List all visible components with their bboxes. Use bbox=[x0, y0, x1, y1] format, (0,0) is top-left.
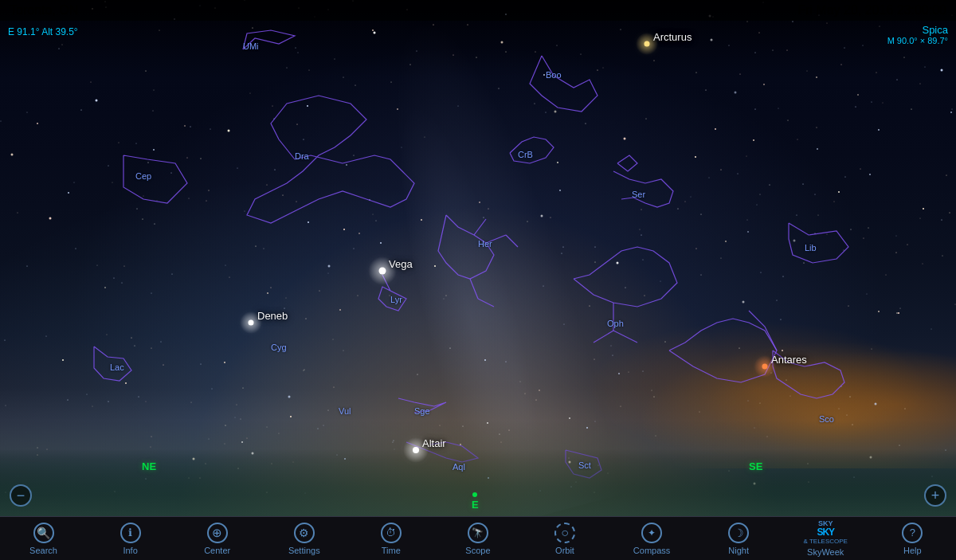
toolbar-label-scope: Scope bbox=[465, 546, 490, 555]
zoom-in-button[interactable]: + bbox=[924, 484, 946, 507]
toolbar-label-info: Info bbox=[123, 546, 137, 555]
toolbar-label-skyweek: SkyWeek bbox=[807, 547, 844, 557]
toolbar-label-help: Help bbox=[903, 546, 922, 555]
toolbar-item-settings[interactable]: ⚙ Settings bbox=[272, 523, 336, 555]
toolbar-item-skyweek[interactable]: SKY SKY & TELESCOPE SkyWeek bbox=[793, 520, 857, 558]
toolbar-item-orbit[interactable]: ○ Orbit bbox=[533, 523, 597, 555]
toolbar-item-search[interactable]: 🔍 Search bbox=[12, 523, 76, 555]
azimuth-text: E 91.1° Alt 39.5° bbox=[8, 26, 78, 37]
svg-line-1 bbox=[486, 235, 506, 243]
object-name: Spica bbox=[887, 24, 948, 36]
toolbar-item-compass[interactable]: ✦ Compass bbox=[620, 523, 684, 555]
location-label: Toronto, ON bbox=[10, 3, 78, 18]
toolbar-label-time: Time bbox=[382, 546, 401, 555]
horizon bbox=[0, 421, 956, 516]
azimuth-info: E 91.1° Alt 39.5° bbox=[8, 24, 78, 38]
toolbar: 🔍 Search ℹ Info ⊕ Center ⚙ Settings ⏱ Ti… bbox=[0, 516, 956, 560]
toolbar-label-orbit: Orbit bbox=[555, 546, 574, 555]
object-coords: M 90.0° × 89.7° bbox=[887, 36, 948, 45]
toolbar-item-time[interactable]: ⏱ Time bbox=[359, 523, 423, 555]
sky-view[interactable]: Toronto, ON Fri May 20, 2016 23:00:00 E … bbox=[0, 0, 956, 516]
toolbar-item-help[interactable]: ? Help bbox=[880, 523, 944, 555]
toolbar-label-search: Search bbox=[29, 546, 57, 555]
toolbar-item-scope[interactable]: 🔭 Scope bbox=[446, 523, 510, 555]
svg-line-6 bbox=[594, 331, 613, 343]
svg-line-3 bbox=[470, 279, 478, 299]
toolbar-item-night[interactable]: ☽ Night bbox=[707, 523, 770, 555]
svg-line-0 bbox=[474, 219, 486, 235]
object-info: Spica M 90.0° × 89.7° bbox=[887, 24, 948, 45]
svg-line-2 bbox=[506, 235, 518, 247]
toolbar-label-center: Center bbox=[204, 546, 230, 555]
toolbar-item-center[interactable]: ⊕ Center bbox=[186, 523, 249, 555]
zoom-out-button[interactable]: − bbox=[10, 484, 32, 507]
datetime-label: Fri May 20, 2016 23:00:00 bbox=[797, 3, 946, 18]
toolbar-label-compass: Compass bbox=[633, 546, 670, 555]
svg-line-4 bbox=[478, 299, 494, 307]
header-bar: Toronto, ON Fri May 20, 2016 23:00:00 bbox=[0, 0, 956, 21]
svg-line-7 bbox=[613, 331, 637, 343]
toolbar-label-night: Night bbox=[728, 546, 749, 555]
toolbar-label-settings: Settings bbox=[288, 546, 320, 555]
toolbar-item-info[interactable]: ℹ Info bbox=[99, 523, 163, 555]
